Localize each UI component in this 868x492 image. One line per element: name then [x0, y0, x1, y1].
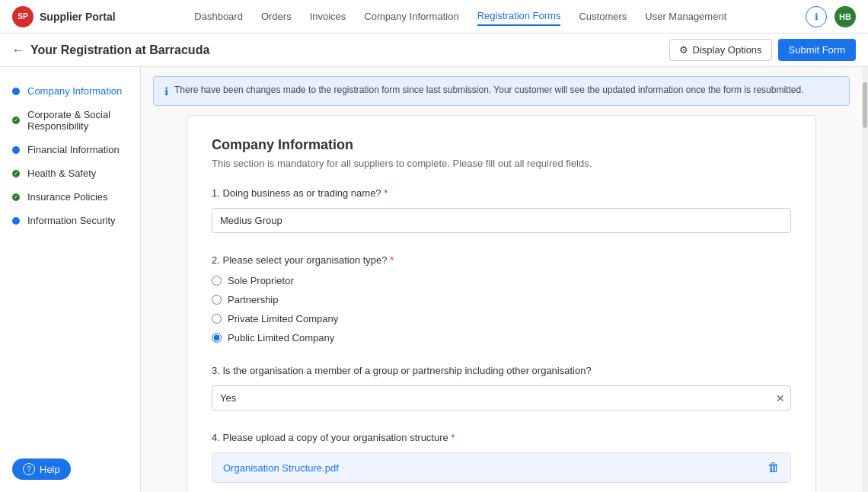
question-3-label: 3. Is the organisation a member of a gro…	[212, 365, 791, 376]
required-marker: *	[451, 432, 455, 443]
scrollbar-thumb[interactable]	[863, 82, 867, 128]
radio-input-sole-proprietor[interactable]	[212, 276, 222, 286]
file-delete-button[interactable]: 🗑	[767, 461, 780, 474]
radio-partnership[interactable]: Partnership	[212, 294, 791, 305]
file-upload-area: Organisation Structure.pdf 🗑	[212, 452, 791, 483]
sub-header-left: ← Your Registration at Barracuda	[12, 43, 209, 57]
sidebar: Company Information Corporate & Social R…	[0, 67, 141, 492]
status-dot-blue	[12, 146, 20, 154]
nav-registration-forms[interactable]: Registration Forms	[477, 7, 561, 26]
top-nav: SP Supplier Portal Dashboard Orders Invo…	[0, 0, 868, 34]
sidebar-label: Information Security	[27, 215, 116, 226]
question-2-label: 2. Please select your organisation type?…	[212, 254, 791, 266]
display-options-button[interactable]: ⚙ Display Options	[669, 39, 772, 61]
help-button[interactable]: ? Help	[12, 458, 71, 480]
info-banner: ℹ There have been changes made to the re…	[153, 76, 850, 106]
radio-input-public-limited[interactable]	[212, 333, 222, 343]
status-dot-green	[12, 193, 20, 201]
help-label: Help	[40, 464, 60, 475]
sidebar-label: Corporate & Social Responsibility	[27, 109, 128, 132]
sub-header-right: ⚙ Display Options Submit Form	[669, 39, 856, 61]
info-icon-button[interactable]: ℹ	[806, 6, 827, 27]
trading-name-input[interactable]	[212, 208, 791, 233]
group-membership-select: Yes ✕	[212, 385, 791, 411]
sidebar-item-health-safety[interactable]: Health & Safety	[0, 161, 140, 185]
form-section-desc: This section is mandatory for all suppli…	[212, 158, 791, 169]
nav-user-management[interactable]: User Management	[645, 8, 726, 25]
form-section-title: Company Information	[212, 137, 791, 153]
status-dot-blue	[12, 217, 20, 225]
nav-links: Dashboard Orders Invoices Company Inform…	[194, 7, 726, 26]
status-dot-green	[12, 117, 20, 124]
scrollbar-track	[862, 67, 868, 492]
sidebar-item-financial[interactable]: Financial Information	[0, 138, 140, 161]
nav-customers[interactable]: Customers	[579, 8, 627, 25]
required-marker: *	[390, 254, 394, 266]
question-1-label: 1. Doing business as or trading name? *	[212, 187, 791, 199]
nav-invoices[interactable]: Invoices	[310, 8, 346, 25]
radio-input-partnership[interactable]	[212, 295, 222, 305]
organisation-type-radio-group: Sole Proprietor Partnership Private Limi…	[212, 275, 791, 343]
clear-select-button[interactable]: ✕	[776, 392, 785, 404]
page-title: Your Registration at Barracuda	[30, 43, 209, 57]
question-3: 3. Is the organisation a member of a gro…	[212, 365, 791, 411]
radio-sole-proprietor[interactable]: Sole Proprietor	[212, 275, 791, 286]
file-link[interactable]: Organisation Structure.pdf	[223, 462, 339, 474]
select-display[interactable]: Yes	[212, 385, 791, 411]
gear-icon: ⚙	[679, 44, 688, 56]
radio-input-private-limited[interactable]	[212, 314, 222, 324]
main-layout: Company Information Corporate & Social R…	[0, 67, 868, 492]
brand-name: Supplier Portal	[40, 11, 116, 23]
nav-company-information[interactable]: Company Information	[364, 8, 458, 25]
sidebar-item-corporate-social[interactable]: Corporate & Social Responsibility	[0, 103, 140, 138]
question-2: 2. Please select your organisation type?…	[212, 254, 791, 343]
form-card: Company Information This section is mand…	[187, 115, 816, 492]
select-value: Yes	[220, 392, 236, 404]
back-button[interactable]: ←	[12, 43, 24, 57]
help-icon: ?	[23, 463, 35, 475]
brand-logo: SP	[12, 6, 34, 27]
info-banner-icon: ℹ	[164, 85, 168, 97]
sidebar-label: Company Information	[27, 85, 122, 97]
status-dot-blue	[12, 88, 20, 95]
sub-header: ← Your Registration at Barracuda ⚙ Displ…	[0, 34, 868, 67]
nav-orders[interactable]: Orders	[261, 8, 292, 25]
required-marker: *	[384, 187, 388, 199]
avatar[interactable]: HB	[834, 6, 856, 27]
brand: SP Supplier Portal	[12, 6, 116, 27]
sidebar-item-company-information[interactable]: Company Information	[0, 79, 140, 103]
nav-right: ℹ HB	[806, 6, 856, 27]
sidebar-item-information-security[interactable]: Information Security	[0, 209, 140, 232]
sidebar-label: Insurance Policies	[27, 191, 108, 203]
info-banner-text: There have been changes made to the regi…	[174, 85, 803, 95]
nav-dashboard[interactable]: Dashboard	[194, 8, 243, 25]
question-1: 1. Doing business as or trading name? *	[212, 187, 791, 233]
display-options-label: Display Options	[693, 44, 762, 56]
sidebar-item-insurance[interactable]: Insurance Policies	[0, 185, 140, 209]
radio-private-limited[interactable]: Private Limited Company	[212, 313, 791, 324]
content-area: ℹ There have been changes made to the re…	[141, 67, 862, 492]
status-dot-green	[12, 170, 20, 177]
question-4: 4. Please upload a copy of your organisa…	[212, 432, 791, 483]
sidebar-label: Financial Information	[27, 144, 120, 155]
sidebar-label: Health & Safety	[27, 168, 96, 179]
radio-public-limited[interactable]: Public Limited Company	[212, 332, 791, 343]
question-4-label: 4. Please upload a copy of your organisa…	[212, 432, 791, 443]
submit-form-button[interactable]: Submit Form	[778, 39, 856, 61]
